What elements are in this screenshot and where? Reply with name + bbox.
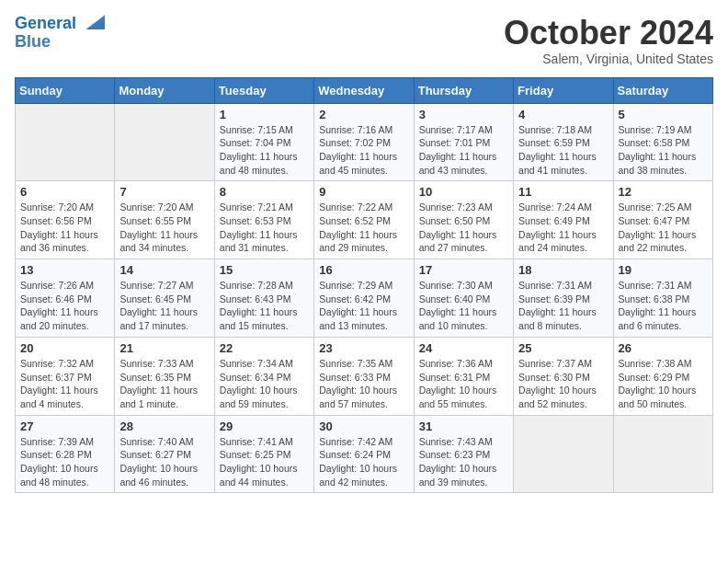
day-info: Sunrise: 7:35 AMSunset: 6:33 PMDaylight:… (319, 357, 408, 411)
day-info: Sunrise: 7:23 AMSunset: 6:50 PMDaylight:… (419, 201, 508, 255)
day-info: Sunrise: 7:36 AMSunset: 6:31 PMDaylight:… (419, 357, 508, 411)
day-info: Sunrise: 7:38 AMSunset: 6:29 PMDaylight:… (619, 357, 708, 411)
calendar-day-27: 27Sunrise: 7:39 AMSunset: 6:28 PMDayligh… (16, 415, 115, 493)
day-number: 20 (20, 341, 109, 355)
calendar-day-2: 2Sunrise: 7:16 AMSunset: 7:02 PMDaylight… (314, 103, 414, 181)
day-info: Sunrise: 7:15 AMSunset: 7:04 PMDaylight:… (220, 123, 309, 178)
calendar-day-15: 15Sunrise: 7:28 AMSunset: 6:43 PMDayligh… (214, 259, 313, 338)
day-info: Sunrise: 7:27 AMSunset: 6:45 PMDaylight:… (119, 279, 209, 333)
day-number: 10 (419, 185, 508, 199)
day-info: Sunrise: 7:32 AMSunset: 6:37 PMDaylight:… (20, 357, 109, 411)
weekday-header-monday: Monday (115, 77, 214, 103)
calendar-day-16: 16Sunrise: 7:29 AMSunset: 6:42 PMDayligh… (314, 259, 414, 338)
day-number: 2 (319, 108, 408, 121)
day-info: Sunrise: 7:17 AMSunset: 7:01 PMDaylight:… (419, 123, 508, 178)
calendar-day-12: 12Sunrise: 7:25 AMSunset: 6:47 PMDayligh… (613, 181, 712, 259)
weekday-header-row: SundayMondayTuesdayWednesdayThursdayFrid… (16, 77, 713, 103)
calendar-day-30: 30Sunrise: 7:42 AMSunset: 6:24 PMDayligh… (314, 415, 414, 493)
day-number: 11 (518, 185, 608, 199)
day-number: 31 (419, 419, 508, 433)
day-info: Sunrise: 7:41 AMSunset: 6:25 PMDaylight:… (220, 435, 309, 489)
calendar-body: 1Sunrise: 7:15 AMSunset: 7:04 PMDaylight… (16, 103, 713, 493)
day-info: Sunrise: 7:40 AMSunset: 6:27 PMDaylight:… (119, 435, 209, 489)
day-number: 12 (619, 185, 708, 199)
day-number: 3 (419, 108, 508, 121)
day-number: 22 (220, 341, 309, 355)
day-info: Sunrise: 7:31 AMSunset: 6:38 PMDaylight:… (619, 279, 708, 333)
day-info: Sunrise: 7:34 AMSunset: 6:34 PMDaylight:… (220, 357, 309, 411)
calendar-day-20: 20Sunrise: 7:32 AMSunset: 6:37 PMDayligh… (16, 337, 115, 415)
day-info: Sunrise: 7:33 AMSunset: 6:35 PMDaylight:… (119, 357, 209, 411)
day-number: 29 (220, 419, 309, 433)
day-number: 15 (220, 263, 309, 277)
calendar-week-row: 13Sunrise: 7:26 AMSunset: 6:46 PMDayligh… (16, 259, 713, 338)
weekday-header-tuesday: Tuesday (214, 77, 313, 103)
day-number: 13 (20, 263, 109, 277)
day-info: Sunrise: 7:22 AMSunset: 6:52 PMDaylight:… (319, 201, 408, 255)
day-number: 14 (119, 263, 209, 277)
calendar-day-4: 4Sunrise: 7:18 AMSunset: 6:59 PMDaylight… (514, 103, 613, 181)
calendar-day-18: 18Sunrise: 7:31 AMSunset: 6:39 PMDayligh… (514, 259, 613, 338)
calendar-empty-cell (613, 415, 712, 493)
day-number: 26 (619, 341, 708, 355)
calendar-empty-cell (115, 103, 214, 181)
day-number: 5 (619, 108, 708, 121)
calendar-day-28: 28Sunrise: 7:40 AMSunset: 6:27 PMDayligh… (115, 415, 214, 493)
calendar-week-row: 20Sunrise: 7:32 AMSunset: 6:37 PMDayligh… (16, 337, 713, 415)
day-number: 24 (419, 341, 508, 355)
calendar-week-row: 27Sunrise: 7:39 AMSunset: 6:28 PMDayligh… (16, 415, 713, 493)
day-info: Sunrise: 7:21 AMSunset: 6:53 PMDaylight:… (220, 201, 309, 255)
logo-text: General (15, 15, 105, 33)
day-info: Sunrise: 7:26 AMSunset: 6:46 PMDaylight:… (20, 279, 109, 333)
calendar-day-9: 9Sunrise: 7:22 AMSunset: 6:52 PMDaylight… (314, 181, 414, 259)
day-number: 21 (119, 341, 209, 355)
calendar-day-8: 8Sunrise: 7:21 AMSunset: 6:53 PMDaylight… (214, 181, 313, 259)
calendar-day-7: 7Sunrise: 7:20 AMSunset: 6:55 PMDaylight… (115, 181, 214, 259)
weekday-header-saturday: Saturday (613, 77, 712, 103)
day-info: Sunrise: 7:24 AMSunset: 6:49 PMDaylight:… (518, 201, 608, 255)
calendar-day-25: 25Sunrise: 7:37 AMSunset: 6:30 PMDayligh… (514, 337, 613, 415)
weekday-header-sunday: Sunday (16, 77, 115, 103)
calendar-day-29: 29Sunrise: 7:41 AMSunset: 6:25 PMDayligh… (214, 415, 313, 493)
calendar-day-14: 14Sunrise: 7:27 AMSunset: 6:45 PMDayligh… (115, 259, 214, 338)
day-number: 19 (619, 263, 708, 277)
calendar-empty-cell (514, 415, 613, 493)
calendar-day-13: 13Sunrise: 7:26 AMSunset: 6:46 PMDayligh… (16, 259, 115, 338)
day-number: 23 (319, 341, 408, 355)
title-block: October 2024 Salem, Virginia, United Sta… (504, 15, 713, 66)
calendar-header: SundayMondayTuesdayWednesdayThursdayFrid… (16, 77, 713, 103)
day-number: 18 (518, 263, 608, 277)
calendar-day-1: 1Sunrise: 7:15 AMSunset: 7:04 PMDaylight… (214, 103, 313, 181)
day-info: Sunrise: 7:43 AMSunset: 6:23 PMDaylight:… (419, 435, 508, 489)
day-info: Sunrise: 7:39 AMSunset: 6:28 PMDaylight:… (20, 435, 109, 489)
calendar-day-17: 17Sunrise: 7:30 AMSunset: 6:40 PMDayligh… (414, 259, 513, 338)
calendar-day-23: 23Sunrise: 7:35 AMSunset: 6:33 PMDayligh… (314, 337, 414, 415)
day-number: 4 (518, 108, 608, 121)
month-title: October 2024 (504, 15, 713, 52)
calendar-day-24: 24Sunrise: 7:36 AMSunset: 6:31 PMDayligh… (414, 337, 513, 415)
day-info: Sunrise: 7:30 AMSunset: 6:40 PMDaylight:… (419, 279, 508, 333)
calendar-day-6: 6Sunrise: 7:20 AMSunset: 6:56 PMDaylight… (16, 181, 115, 259)
logo-blue: Blue (15, 33, 105, 52)
day-info: Sunrise: 7:29 AMSunset: 6:42 PMDaylight:… (319, 279, 408, 333)
calendar-day-5: 5Sunrise: 7:19 AMSunset: 6:58 PMDaylight… (613, 103, 712, 181)
day-info: Sunrise: 7:37 AMSunset: 6:30 PMDaylight:… (518, 357, 608, 411)
day-info: Sunrise: 7:19 AMSunset: 6:58 PMDaylight:… (619, 123, 708, 178)
calendar-empty-cell (16, 103, 115, 181)
weekday-header-thursday: Thursday (414, 77, 513, 103)
day-info: Sunrise: 7:28 AMSunset: 6:43 PMDaylight:… (220, 279, 309, 333)
day-number: 7 (119, 185, 209, 199)
logo: General Blue (15, 15, 105, 52)
calendar-table: SundayMondayTuesdayWednesdayThursdayFrid… (15, 77, 713, 494)
day-number: 27 (20, 419, 109, 433)
page-header: General Blue October 2024 Salem, Virgini… (15, 15, 713, 66)
day-number: 8 (220, 185, 309, 199)
day-info: Sunrise: 7:16 AMSunset: 7:02 PMDaylight:… (319, 123, 408, 178)
calendar-day-22: 22Sunrise: 7:34 AMSunset: 6:34 PMDayligh… (214, 337, 313, 415)
day-info: Sunrise: 7:20 AMSunset: 6:55 PMDaylight:… (119, 201, 209, 255)
calendar-day-31: 31Sunrise: 7:43 AMSunset: 6:23 PMDayligh… (414, 415, 513, 493)
day-number: 28 (119, 419, 209, 433)
location: Salem, Virginia, United States (504, 52, 713, 66)
day-number: 1 (220, 108, 309, 121)
calendar-day-26: 26Sunrise: 7:38 AMSunset: 6:29 PMDayligh… (613, 337, 712, 415)
